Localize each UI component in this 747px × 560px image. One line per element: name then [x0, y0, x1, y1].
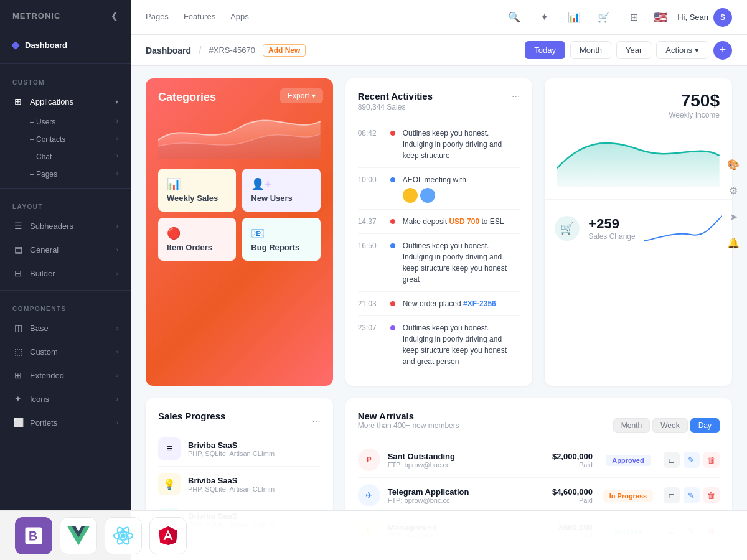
sidebar-item-extended[interactable]: ⊞ Extended ›: [0, 363, 131, 387]
right-floating-icons: 🎨 ⚙ ➤ 🔔: [725, 156, 742, 251]
sidebar-divider-2: [0, 188, 131, 189]
sidebar-item-base[interactable]: ◫ Base ›: [0, 316, 131, 340]
activity-dot-2: [390, 177, 395, 182]
search-icon[interactable]: 🔍: [504, 7, 524, 27]
today-button[interactable]: Today: [525, 41, 565, 59]
mini-card-item-orders[interactable]: 🔴 Item Orders: [158, 218, 236, 261]
sales-sub-2: PHP, SQLite, Artisan CLImm: [188, 485, 275, 493]
brand-name: METRONIC: [12, 11, 60, 21]
sidebar-subitem-pages[interactable]: – Pages ›: [0, 166, 131, 183]
sidebar-logo: METRONIC ❮: [0, 0, 131, 32]
arrival-ftp-2: FTP: bprow@bnc.cc: [388, 497, 523, 504]
react-icon[interactable]: [105, 517, 142, 554]
activities-more[interactable]: ···: [512, 91, 520, 121]
sidebar-dashboard-item[interactable]: Dashboard: [0, 32, 131, 58]
mini-card-weekly-sales[interactable]: 📊 Weekly Sales: [158, 169, 236, 212]
arrival-paid-2: Paid: [530, 497, 593, 504]
action-copy-2[interactable]: ⊏: [664, 487, 680, 503]
arrival-row-2: ✈ Telegram Application FTP: bprow@bnc.cc…: [358, 478, 720, 513]
sidebar-divider-3: [0, 290, 131, 291]
layout-section-label: LAYOUT: [0, 194, 131, 214]
add-new-button[interactable]: Add New: [263, 44, 306, 57]
actions-label: Actions: [665, 45, 692, 55]
action-edit-2[interactable]: ✎: [684, 487, 700, 503]
svg-point-0: [121, 533, 126, 538]
grid-icon[interactable]: ⊞: [624, 7, 644, 27]
activity-item-6: 23:07 Outlines keep you honest. Indulgin…: [358, 316, 520, 373]
activity-time-6: 23:07: [358, 324, 383, 332]
action-delete-2[interactable]: 🗑: [703, 487, 720, 503]
tab-day[interactable]: Day: [690, 418, 720, 433]
tab-pages[interactable]: Pages: [146, 9, 169, 25]
sidebar-item-builder[interactable]: ⊟ Builder ›: [0, 261, 131, 285]
breadcrumb-ref: #XRS-45670: [209, 45, 255, 55]
sparkle-icon[interactable]: ✦: [534, 7, 554, 27]
bootstrap-icon[interactable]: [15, 517, 52, 554]
action-edit-1[interactable]: ✎: [684, 452, 700, 468]
action-copy-1[interactable]: ⊏: [664, 452, 680, 468]
activity-dot-5: [390, 301, 395, 306]
activity-item-5: 21:03 New order placed #XF-2356: [358, 292, 520, 316]
weekly-sales-icon: 📊: [167, 177, 227, 191]
rf-send-icon[interactable]: ➤: [725, 208, 742, 225]
rf-bell-icon[interactable]: 🔔: [725, 234, 742, 251]
arrival-icon-2: ✈: [358, 484, 380, 506]
activity-content-6: Outlines keep you honest. Indulging in p…: [403, 322, 520, 367]
sidebar-item-subheaders[interactable]: ☰ Subheaders ›: [0, 214, 131, 238]
topnav-right: 🔍 ✦ 📊 🛒 ⊞ 🇺🇸 Hi, Sean S: [504, 7, 732, 27]
month-button[interactable]: Month: [570, 41, 611, 59]
sidebar-collapse-icon[interactable]: ❮: [111, 11, 118, 21]
mini-cards-grid: 📊 Weekly Sales 👤+ New Users 🔴 Item Order…: [158, 169, 321, 261]
vue-icon[interactable]: [60, 517, 97, 554]
tab-apps[interactable]: Apps: [230, 9, 249, 25]
sidebar-item-general[interactable]: ▤ General ›: [0, 238, 131, 261]
income-label: Weekly Income: [557, 111, 720, 119]
status-badge-1: Approved: [606, 455, 650, 466]
custom-section-label: CUSTOM: [0, 69, 131, 90]
sidebar-item-applications[interactable]: ⊞ Applications ▾: [0, 90, 131, 113]
export-button[interactable]: Export ▾: [280, 88, 323, 103]
rf-palette-icon[interactable]: 🎨: [725, 156, 742, 173]
add-icon-button[interactable]: +: [713, 41, 732, 60]
activity-content-2: AEOL meeting with: [403, 174, 520, 203]
new-users-icon: 👤+: [251, 177, 311, 191]
activity-time-3: 14:37: [358, 217, 383, 226]
sales-change-value: +259: [588, 216, 635, 232]
order-link: #XF-2356: [463, 299, 496, 308]
sidebar-subitem-contacts[interactable]: – Contacts ›: [0, 131, 131, 148]
arrival-info-1: Sant Outstanding FTP: bprow@bnc.cc: [388, 452, 523, 469]
mini-card-bug-reports[interactable]: 📧 Bug Reports: [242, 218, 320, 261]
sidebar-item-icons[interactable]: ✦ Icons ›: [0, 387, 131, 411]
sidebar-item-portlets[interactable]: ⬜ Portlets ›: [0, 411, 131, 434]
activity-dot-1: [390, 131, 395, 136]
income-amount: 750$: [557, 91, 720, 111]
tab-features[interactable]: Features: [184, 9, 215, 25]
action-delete-1[interactable]: 🗑: [703, 452, 720, 468]
sidebar-subitem-chat[interactable]: – Chat ›: [0, 148, 131, 166]
cart-icon[interactable]: 🛒: [594, 7, 614, 27]
tab-month[interactable]: Month: [613, 418, 650, 433]
sales-sub-1: PHP, SQLite, Artisan CLImm: [188, 450, 275, 457]
sales-more[interactable]: ···: [312, 416, 320, 427]
chart-icon[interactable]: 📊: [564, 7, 584, 27]
actions-button[interactable]: Actions ▾: [656, 41, 708, 59]
portlets-label: Portlets: [30, 418, 57, 427]
sidebar-divider-1: [0, 63, 131, 64]
sidebar-subitem-users[interactable]: – Users ›: [0, 113, 131, 131]
subheader-left: Dashboard / #XRS-45670 Add New: [146, 44, 306, 57]
mini-card-new-users[interactable]: 👤+ New Users: [242, 169, 320, 212]
arrival-icon-1: P: [358, 449, 380, 471]
wave-chart: [158, 109, 321, 159]
sales-item-2: 💡 Briviba SaaS PHP, SQLite, Artisan CLIm…: [158, 467, 321, 502]
angular-icon[interactable]: [149, 517, 187, 554]
rf-gear-icon[interactable]: ⚙: [725, 182, 742, 199]
year-button[interactable]: Year: [616, 41, 651, 59]
sales-icon-2: 💡: [158, 473, 181, 495]
bug-reports-title: Bug Reports: [251, 243, 311, 252]
sidebar-item-custom[interactable]: ⬚ Custom ›: [0, 340, 131, 363]
arrivals-tabs: Month Week Day: [613, 418, 720, 433]
tab-week[interactable]: Week: [652, 418, 687, 433]
user-avatar[interactable]: S: [713, 8, 732, 27]
income-card: 750$ Weekly Income: [545, 78, 732, 386]
applications-label: Applications: [30, 97, 73, 106]
